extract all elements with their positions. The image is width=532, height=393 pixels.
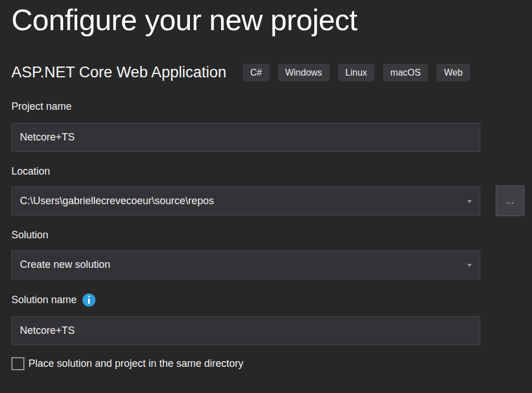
project-name-label: Project name xyxy=(11,101,532,113)
template-name: ASP.NET Core Web Application xyxy=(11,64,226,81)
solution-name-label-row: Solution name xyxy=(11,293,532,307)
tag-macos: macOS xyxy=(383,64,428,81)
solution-combobox[interactable]: Create new solution xyxy=(11,250,480,279)
same-directory-checkbox[interactable] xyxy=(11,357,24,370)
page-title: Configure your new project xyxy=(11,4,532,36)
browse-button[interactable]: ... xyxy=(496,185,525,216)
tag-web: Web xyxy=(437,64,470,81)
solution-name-input[interactable] xyxy=(11,316,480,345)
solution-name-label: Solution name xyxy=(11,294,77,306)
same-directory-label: Place solution and project in the same d… xyxy=(28,358,243,370)
configure-project-page: Configure your new project ASP.NET Core … xyxy=(0,4,532,370)
location-value: C:\Users\gabriellecrevecoeur\source\repo… xyxy=(20,195,214,207)
solution-value: Create new solution xyxy=(20,259,110,271)
solution-label: Solution xyxy=(11,229,532,241)
tag-csharp: C# xyxy=(243,64,269,81)
location-combobox[interactable]: C:\Users\gabriellecrevecoeur\source\repo… xyxy=(11,187,480,216)
chevron-down-icon[interactable] xyxy=(467,200,472,203)
same-directory-option: Place solution and project in the same d… xyxy=(11,357,532,370)
info-icon[interactable] xyxy=(82,293,95,307)
tag-linux: Linux xyxy=(338,64,375,81)
template-header: ASP.NET Core Web Application C# Windows … xyxy=(11,64,532,81)
location-label: Location xyxy=(11,166,532,177)
chevron-down-icon[interactable] xyxy=(467,264,472,267)
tag-windows: Windows xyxy=(278,64,330,81)
template-tags: C# Windows Linux macOS Web xyxy=(243,64,479,81)
project-name-input[interactable] xyxy=(11,123,480,152)
location-row: C:\Users\gabriellecrevecoeur\source\repo… xyxy=(11,187,532,216)
